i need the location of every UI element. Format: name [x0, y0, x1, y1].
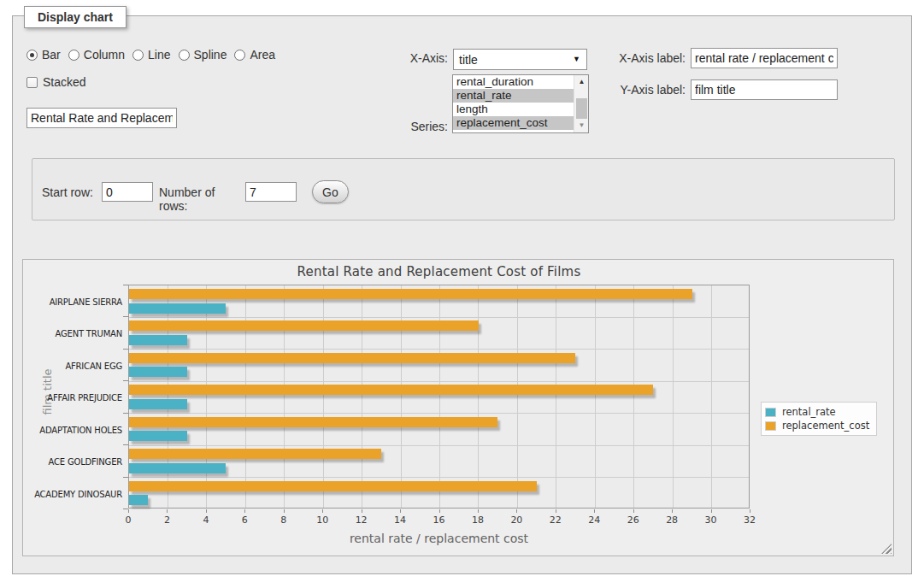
gridline-vertical [245, 285, 246, 508]
radio-icon[interactable] [26, 50, 38, 61]
radio-column[interactable]: Column [68, 48, 125, 62]
series-listbox-label: Series: [358, 120, 448, 133]
x-axis-select-label: X-Axis: [358, 51, 448, 65]
chart-bar [129, 431, 187, 441]
radio-bar[interactable]: Bar [26, 48, 61, 62]
listbox-option-rental-duration[interactable]: rental_duration [453, 75, 574, 89]
x-axis-tick [362, 509, 362, 513]
y-axis-tick [123, 444, 128, 445]
display-chart-panel: Display chart Bar Column Line Spline Are… [12, 15, 912, 574]
start-row-input[interactable] [102, 182, 153, 202]
gridline-vertical [633, 285, 634, 508]
radio-icon[interactable] [132, 50, 144, 61]
x-axis-tick [244, 509, 245, 513]
x-axis-tick-label: 4 [191, 514, 221, 526]
listbox-option-replacement-cost[interactable]: replacement_cost [453, 116, 574, 130]
gridline-vertical [556, 285, 556, 508]
y-axis-label-input[interactable] [691, 79, 838, 100]
gridline-horizontal [129, 349, 749, 350]
radio-icon[interactable] [234, 50, 245, 61]
y-axis-tick [123, 349, 128, 350]
x-axis-tick-label: 24 [580, 514, 609, 526]
category-tick-label: AIRPLANE SIERRA [28, 297, 122, 308]
x-axis-tick [594, 509, 595, 513]
x-axis-tick-label: 32 [735, 514, 764, 526]
x-axis-tick [750, 509, 750, 513]
category-tick-label: AGENT TRUMAN [28, 329, 122, 339]
x-axis-tick [206, 509, 207, 513]
gridline-horizontal [129, 445, 749, 446]
x-axis-tick [167, 509, 168, 513]
x-axis-tick-label: 12 [347, 514, 376, 526]
chart-container: Rental Rate and Replacement Cost of Film… [22, 259, 894, 556]
x-axis-tick [128, 509, 129, 513]
gridline-vertical [168, 285, 168, 508]
panel-legend: Display chart [24, 6, 127, 28]
gridline-vertical [284, 285, 285, 508]
radio-label: Spline [194, 48, 227, 62]
chart-title-input[interactable] [26, 108, 177, 128]
chart-bar [129, 335, 187, 345]
stacked-label: Stacked [43, 75, 86, 89]
chart-bar [129, 481, 537, 491]
legend-swatch-replacement-cost [765, 421, 776, 431]
x-axis-label-input[interactable] [691, 48, 838, 68]
x-axis-tick-label: 10 [308, 514, 337, 526]
x-axis-tick [672, 509, 673, 513]
number-of-rows-input[interactable] [245, 182, 297, 202]
y-axis-label-label: Y-Axis label: [568, 83, 686, 97]
gridline-vertical [401, 285, 402, 508]
listbox-option-length[interactable]: length [453, 103, 574, 116]
gridline-horizontal [129, 413, 749, 414]
listbox-option-rental-rate[interactable]: rental_rate [453, 89, 574, 103]
x-axis-tick-label: 0 [114, 514, 143, 526]
scrollbar-thumb[interactable] [576, 98, 587, 119]
radio-label: Line [148, 48, 170, 62]
chart-bar [129, 399, 187, 409]
category-tick-label: ACADEMY DINOSAUR [28, 490, 122, 500]
resize-handle-icon[interactable] [881, 544, 892, 554]
x-axis-tick-label: 16 [425, 514, 454, 526]
chart-bar [129, 320, 479, 331]
scroll-down-icon[interactable]: ▼ [574, 120, 589, 132]
x-axis-title: rental rate / replacement cost [128, 532, 750, 545]
rows-panel: Start row: Number of rows: Go [32, 158, 895, 220]
x-axis-tick [556, 509, 556, 513]
y-axis-tick [123, 413, 128, 414]
category-tick-label: AFRICAN EGG [28, 362, 122, 372]
radio-area[interactable]: Area [234, 48, 275, 62]
go-button[interactable]: Go [312, 180, 349, 203]
gridline-vertical [439, 285, 440, 508]
chart-bar [129, 353, 575, 363]
category-tick-label: AFFAIR PREJUDICE [28, 393, 122, 403]
legend-swatch-rental-rate [765, 408, 776, 417]
x-axis-tick-label: 28 [657, 514, 686, 526]
legend-row: replacement_cost [765, 419, 869, 432]
gridline-vertical [478, 285, 479, 508]
x-axis-tick [400, 509, 401, 513]
chart-bar [129, 463, 226, 473]
y-axis-tick [123, 316, 128, 317]
radio-icon[interactable] [68, 50, 79, 61]
chart-bar [129, 449, 381, 459]
checkbox-icon[interactable] [26, 77, 38, 88]
x-axis-select[interactable]: title ▼ [453, 49, 587, 70]
x-axis-tick-label: 18 [463, 514, 492, 526]
radio-line[interactable]: Line [132, 48, 170, 62]
stacked-checkbox[interactable]: Stacked [26, 75, 86, 89]
x-axis-tick [516, 509, 517, 513]
x-axis-tick [284, 509, 285, 513]
chart-bar [129, 289, 692, 299]
gridline-horizontal [129, 477, 749, 478]
gridline-horizontal [129, 381, 749, 382]
chart-plot [128, 285, 750, 509]
gridline-vertical [673, 285, 674, 508]
chart-bar [129, 385, 653, 395]
start-row-label: Start row: [42, 185, 102, 199]
radio-label: Column [84, 48, 125, 62]
chart-type-radio-group: Bar Column Line Spline Area [26, 48, 275, 62]
gridline-vertical [362, 285, 362, 508]
radio-spline[interactable]: Spline [179, 48, 227, 62]
radio-icon[interactable] [179, 50, 190, 61]
chart-legend: rental_rate replacement_cost [761, 402, 877, 436]
